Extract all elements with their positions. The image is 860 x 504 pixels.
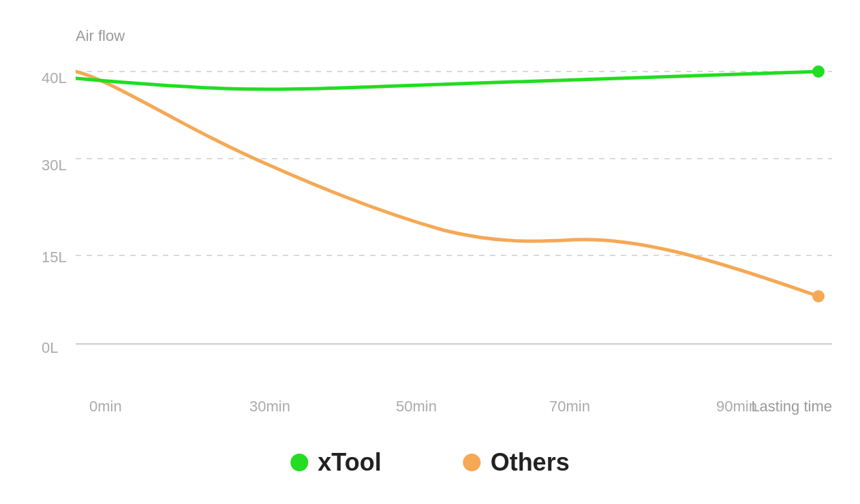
chart-container: Air flow 40L 30L 15L 0L Lasting time 0mi… xyxy=(21,20,839,484)
legend: xTool Others xyxy=(290,448,569,477)
xtool-legend-dot xyxy=(290,454,308,471)
others-legend-label: Others xyxy=(491,448,570,477)
y-label-15: 15L xyxy=(42,249,67,266)
x-label-0min: 0min xyxy=(89,398,122,415)
xtool-line xyxy=(76,72,818,89)
x-axis-title: Lasting time xyxy=(751,398,832,415)
y-label-30: 30L xyxy=(42,157,67,174)
x-label-50min: 50min xyxy=(396,398,437,415)
x-label-30min: 30min xyxy=(249,398,290,415)
xtool-legend-label: xTool xyxy=(318,448,381,477)
others-legend-dot xyxy=(463,454,481,471)
xtool-endpoint xyxy=(812,65,825,78)
others-endpoint xyxy=(812,290,825,302)
chart-svg xyxy=(76,61,832,354)
y-label-0: 0L xyxy=(42,339,58,357)
legend-item-others: Others xyxy=(463,448,570,477)
others-line xyxy=(76,72,818,296)
x-label-90min: 90min xyxy=(716,398,757,415)
x-label-70min: 70min xyxy=(549,398,590,415)
chart-title: Air flow xyxy=(76,27,125,45)
legend-item-xtool: xTool xyxy=(290,448,381,477)
y-label-40: 40L xyxy=(42,69,67,87)
